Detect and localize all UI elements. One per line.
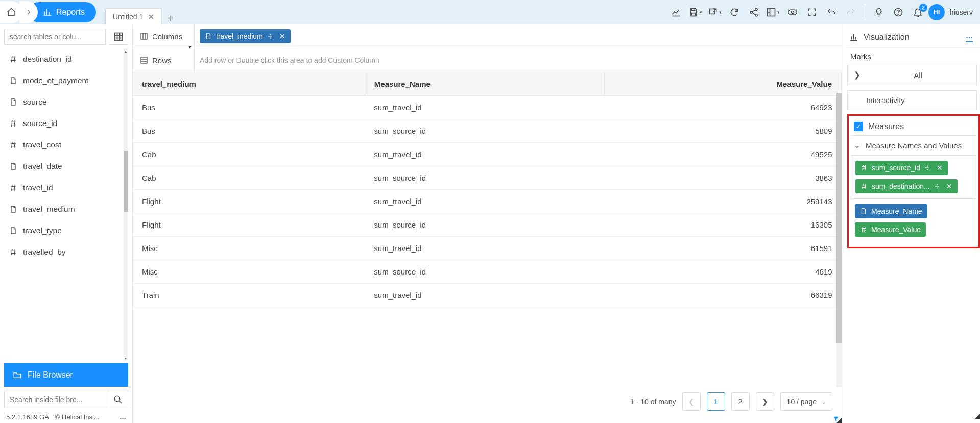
table-scrollbar[interactable] (836, 93, 842, 387)
resize-handle[interactable] (975, 414, 980, 419)
measure-names-values-row[interactable]: ⌄ Measure Names and Values (851, 135, 976, 156)
divide-icon[interactable] (267, 33, 273, 39)
visualization-icon (849, 33, 858, 42)
search-input[interactable] (4, 29, 106, 45)
pill-remove-button[interactable]: ✕ (937, 164, 943, 172)
pagination-size-select[interactable]: 10 / page ⌄ (780, 392, 832, 411)
marks-all-row[interactable]: ❯ All (847, 65, 977, 85)
breadcrumb-reports-label: Reports (56, 8, 85, 17)
chevron-up-icon: ▴ (124, 48, 128, 54)
hash-icon (9, 184, 18, 192)
column-pill-travel-medium[interactable]: travel_medium ✕ (200, 29, 291, 43)
svg-point-18 (937, 184, 938, 185)
table-row[interactable]: Bussum_source_id5809 (133, 119, 842, 143)
notifications-button[interactable]: 2 (909, 4, 926, 21)
column-item-label: destination_id (23, 55, 72, 64)
table-row[interactable]: Flightsum_travel_id259143 (133, 190, 842, 213)
refresh-icon (729, 7, 739, 17)
measures-checkbox[interactable]: ✓ (854, 122, 863, 131)
refresh-button[interactable] (726, 4, 743, 21)
redo-button[interactable] (842, 4, 859, 21)
file-browser-search-button[interactable] (108, 391, 128, 408)
breadcrumb-reports[interactable]: Reports (29, 2, 96, 22)
tab-close-button[interactable]: ✕ (148, 13, 154, 21)
folder-icon (12, 370, 22, 380)
tab-untitled-1[interactable]: Untitled 1 ✕ (105, 8, 162, 25)
layout-button[interactable]: ▾ (764, 4, 782, 21)
chevron-right-icon (25, 9, 32, 16)
table-cell: 66319 (605, 284, 842, 307)
eye-icon (787, 7, 798, 17)
column-item[interactable]: source (5, 91, 124, 113)
undo-button[interactable] (823, 4, 840, 21)
pagination-next-button[interactable]: ❯ (756, 392, 774, 411)
column-item[interactable]: travel_id (5, 177, 124, 198)
column-item[interactable]: travelled_by (5, 241, 124, 263)
table-cell: Misc (133, 260, 365, 284)
pill-measure-name[interactable]: Measure_Name (855, 204, 927, 218)
column-item[interactable]: travel_medium (5, 198, 124, 220)
home-icon (6, 7, 16, 17)
pill-sum-source-id[interactable]: sum_source_id ✕ (855, 161, 948, 175)
pill-sum-destination-id[interactable]: sum_destination... ✕ (855, 179, 958, 193)
pill-remove-button[interactable]: ✕ (279, 32, 285, 40)
scrollbar-thumb[interactable] (124, 151, 128, 212)
table-header[interactable]: travel_medium (133, 72, 365, 96)
bulb-icon (874, 7, 884, 17)
avatar[interactable]: HI (928, 4, 945, 20)
table-cell: Cab (133, 143, 365, 166)
svg-point-13 (270, 38, 271, 39)
column-item[interactable]: mode_of_payment (5, 70, 124, 91)
table-grid-button[interactable] (109, 29, 128, 45)
fullscreen-button[interactable] (803, 4, 821, 21)
tab-label: Untitled 1 (113, 13, 143, 21)
data-table: travel_mediumMeasure_NameMeasure_Value B… (133, 72, 842, 307)
scrollbar-thumb[interactable] (836, 93, 842, 343)
table-cell: Flight (133, 213, 365, 237)
doc-icon (9, 98, 18, 106)
divide-icon[interactable] (924, 165, 930, 171)
share-button[interactable] (745, 4, 762, 21)
column-item[interactable]: travel_type (5, 220, 124, 241)
table-row[interactable]: Cabsum_source_id3863 (133, 166, 842, 190)
new-tab-button[interactable]: + (167, 13, 173, 24)
username-label[interactable]: hiuserv (950, 8, 973, 16)
divide-icon[interactable] (934, 183, 940, 189)
table-row[interactable]: Bussum_travel_id64923 (133, 96, 842, 119)
pill-measure-value[interactable]: Measure_Value (855, 222, 926, 237)
preview-button[interactable] (784, 4, 801, 21)
visualization-more-button[interactable]: … (966, 32, 973, 42)
export-button[interactable]: ▾ (706, 4, 724, 21)
columns-shelf[interactable]: travel_medium ✕ (194, 24, 842, 48)
pagination-page-2[interactable]: 2 (731, 392, 750, 411)
help-button[interactable] (890, 4, 907, 21)
table-row[interactable]: Flightsum_source_id16305 (133, 213, 842, 237)
chart-type-button[interactable] (667, 4, 685, 21)
column-item[interactable]: travel_date (5, 156, 124, 177)
sidebar-scrollbar[interactable]: ▴ ▾ (124, 48, 128, 361)
table-row[interactable]: Miscsum_source_id4619 (133, 260, 842, 284)
table-cell: 4619 (605, 260, 842, 284)
pill-remove-button[interactable]: ✕ (946, 182, 952, 190)
footer-more-button[interactable]: … (119, 413, 126, 421)
rows-placeholder: Add row or Double click this area to add… (200, 56, 379, 64)
resize-handle[interactable] (836, 418, 842, 423)
column-item[interactable]: destination_id (5, 48, 124, 70)
pagination-page-1[interactable]: 1 (707, 392, 725, 411)
table-row[interactable]: Miscsum_travel_id61591 (133, 237, 842, 260)
save-button[interactable]: ▾ (687, 4, 704, 21)
search-icon (113, 395, 123, 404)
table-header[interactable]: Measure_Name (365, 72, 604, 96)
table-row[interactable]: Trainsum_travel_id66319 (133, 284, 842, 307)
rows-shelf[interactable]: Add row or Double click this area to add… (194, 48, 842, 72)
column-item[interactable]: travel_cost (5, 134, 124, 156)
file-browser-button[interactable]: File Browser (4, 363, 128, 387)
table-header[interactable]: Measure_Value (605, 72, 842, 96)
pagination-prev-button[interactable]: ❮ (682, 392, 701, 411)
hint-button[interactable] (870, 4, 888, 21)
interactivity-row[interactable]: Interactivity (847, 90, 977, 110)
column-item-label: travel_date (23, 162, 62, 171)
table-row[interactable]: Cabsum_travel_id49525 (133, 143, 842, 166)
file-browser-search-input[interactable] (4, 391, 108, 408)
column-item[interactable]: source_id (5, 113, 124, 134)
